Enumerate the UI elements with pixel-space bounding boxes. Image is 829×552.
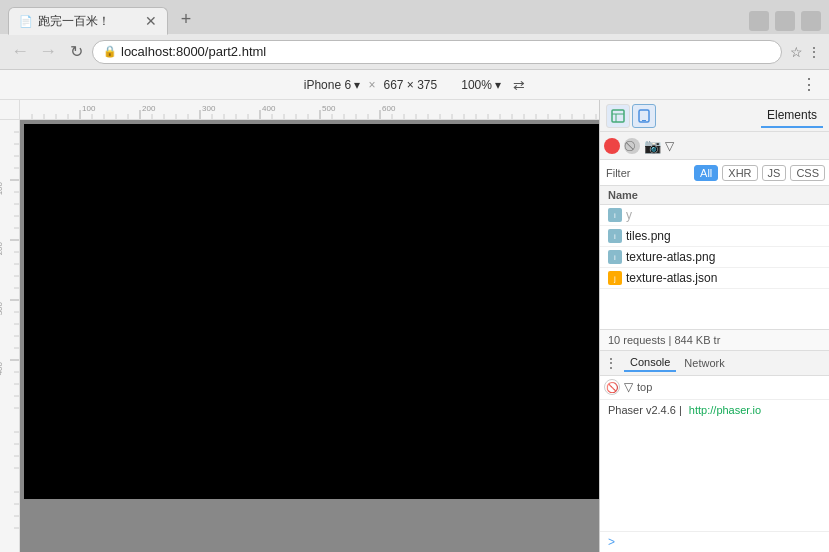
address-input-wrap[interactable]: 🔒 localhost:8000/part2.html [92,40,782,64]
file-name: tiles.png [626,229,671,243]
file-name: texture-atlas.json [626,271,717,285]
file-icon-img: i [608,229,622,243]
browser-window: 📄 跑完一百米！ ✕ + ← → ↻ 🔒 localhost:8000/part… [0,0,829,552]
file-icon-img: i [608,250,622,264]
svg-text:100: 100 [0,181,4,195]
file-icon-img: i [608,208,622,222]
ruler-left: 100 200 300 400 [0,120,20,552]
prompt-symbol: > [608,535,615,549]
screen-rotate-icon[interactable]: ⇄ [513,77,525,93]
devtools-topbar: Elements [600,100,829,132]
device-name: iPhone 6 ▾ [304,78,361,92]
game-canvas [24,124,599,499]
list-item[interactable]: i tiles.png [600,226,829,247]
address-bar: ← → ↻ 🔒 localhost:8000/part2.html ☆ ⋮ [0,34,829,70]
file-list-header: Name [600,186,829,205]
file-name: y [626,208,632,222]
main-area: 100 200 300 400 500 600 [0,100,829,552]
clear-button[interactable]: ⃠ [624,138,640,154]
svg-text:400: 400 [0,361,4,375]
net-tab-all[interactable]: All [694,165,718,181]
devtools-elements-tab[interactable]: Elements [761,104,823,128]
chrome-top-icons [749,11,821,31]
maximize-icon[interactable] [775,11,795,31]
tab-bar: 📄 跑完一百米！ ✕ + [0,0,829,34]
console-tab-active[interactable]: Console [624,354,676,372]
name-header: Name [608,189,638,201]
console-link[interactable]: http://phaser.io [689,404,761,416]
page-canvas [20,120,599,552]
file-icon-json: j [608,271,622,285]
tab-close-button[interactable]: ✕ [145,14,157,28]
ruler-top: 100 200 300 400 500 600 [20,100,599,120]
no-icon[interactable]: 🚫 [604,379,620,395]
list-item[interactable]: i texture-atlas.png [600,247,829,268]
network-filter-bar: ⃠ 📷 ▽ [600,132,829,160]
console-filter-row: 🚫 ▽ top [600,376,829,400]
device-toolbar-right: ⋮ [533,75,817,94]
device-toolbar: iPhone 6 ▾ × 667 × 375 100% ▾ ⇄ ⋮ [0,70,829,100]
requests-summary: 10 requests | 844 KB tr [608,334,720,346]
browser-toolbar-right: ☆ ⋮ [790,44,821,60]
dimension-sep: × [368,78,375,92]
requests-bar: 10 requests | 844 KB tr [600,329,829,350]
network-type-tabs: Filter All XHR JS CSS [600,160,829,186]
three-dot-console[interactable]: ⋮ [604,355,618,371]
three-dot-menu[interactable]: ⋮ [801,75,817,94]
dimension-display: 667 × 375 [384,78,438,92]
tab-title: 跑完一百米！ [38,13,137,30]
camera-icon[interactable]: 📷 [644,138,661,154]
file-name: texture-atlas.png [626,250,715,264]
devtools-panel: Elements ⃠ 📷 ▽ Filter All XHR JS CSS Nam… [599,100,829,552]
minimize-icon[interactable] [749,11,769,31]
back-button[interactable]: ← [8,40,32,64]
network-tab[interactable]: Network [678,355,730,371]
svg-text:300: 300 [202,104,216,113]
devtools-device-icon[interactable] [632,104,656,128]
record-button[interactable] [604,138,620,154]
svg-text:100: 100 [82,104,96,113]
viewport-area: 100 200 300 400 500 600 [0,100,599,552]
context-label: top [637,381,652,393]
svg-text:200: 200 [142,104,156,113]
console-text: Phaser v2.4.6 | [608,404,682,416]
address-text: localhost:8000/part2.html [121,44,266,59]
close-window-icon[interactable] [801,11,821,31]
svg-text:300: 300 [0,301,4,315]
active-tab[interactable]: 📄 跑完一百米！ ✕ [8,7,168,35]
console-input[interactable] [621,535,821,549]
svg-text:600: 600 [382,104,396,113]
reload-button[interactable]: ↻ [64,40,88,64]
net-tab-xhr[interactable]: XHR [722,165,757,181]
filter-input-label: Filter [606,167,690,179]
ruler-corner [0,100,20,120]
devtools-inspect-icon[interactable] [606,104,630,128]
forward-button[interactable]: → [36,40,60,64]
list-item[interactable]: i y [600,205,829,226]
svg-text:500: 500 [322,104,336,113]
file-list: i y i tiles.png i texture-atlas.png j te… [600,205,829,329]
tab-favicon: 📄 [19,15,33,28]
viewport-with-ruler: 100 200 300 400 [0,120,599,552]
console-tabs-bar: ⋮ Console Network [600,350,829,376]
zoom-selector[interactable]: 100% ▾ [461,78,501,92]
net-tab-css[interactable]: CSS [790,165,825,181]
console-prompt: > [600,531,829,552]
lock-icon: 🔒 [103,45,117,58]
star-icon[interactable]: ☆ [790,44,803,60]
filter-icon[interactable]: ▽ [665,139,674,153]
device-selector[interactable]: iPhone 6 ▾ [304,78,361,92]
new-tab-button[interactable]: + [172,5,200,33]
ruler-top-row: 100 200 300 400 500 600 [0,100,599,120]
net-tab-js[interactable]: JS [762,165,787,181]
svg-text:200: 200 [0,241,4,255]
console-line: Phaser v2.4.6 | http://phaser.io [608,404,821,416]
funnel-icon[interactable]: ▽ [624,380,633,394]
chrome-menu-icon[interactable]: ⋮ [807,44,821,60]
zoom-label: 100% ▾ [461,78,501,92]
list-item[interactable]: j texture-atlas.json [600,268,829,289]
svg-rect-98 [612,110,624,122]
svg-text:400: 400 [262,104,276,113]
console-body: Phaser v2.4.6 | http://phaser.io [600,400,829,532]
